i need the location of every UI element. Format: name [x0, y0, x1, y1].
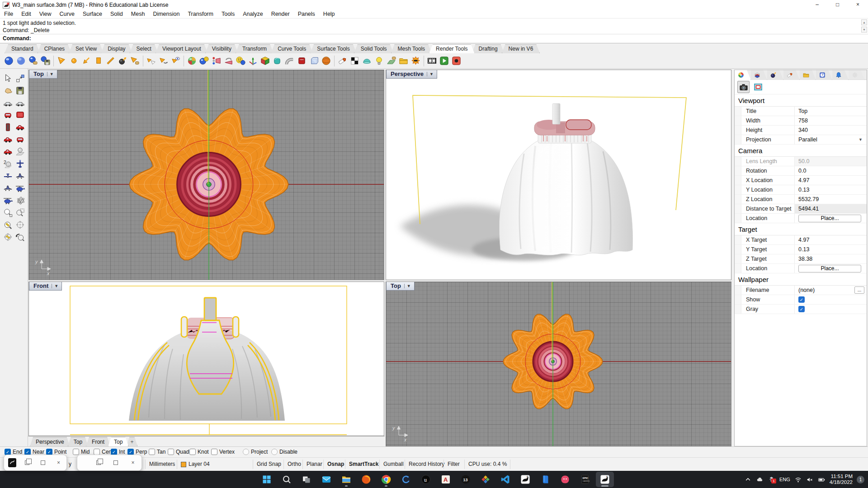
zoom-target-icon[interactable]: [14, 219, 26, 230]
viewport-title-top-left[interactable]: Top ▼: [29, 70, 57, 79]
plane-front-icon[interactable]: [2, 170, 14, 182]
point-light-icon[interactable]: [68, 55, 80, 67]
sphere-2d-icon[interactable]: 2: [2, 158, 14, 169]
viewport-top-left[interactable]: Top ▼ y x: [28, 70, 384, 280]
status-millimeters[interactable]: Millimeters: [149, 458, 175, 471]
materials-tab[interactable]: [783, 70, 800, 80]
osnap-checkbox-perp[interactable]: ✓: [127, 449, 134, 455]
tab-drafting[interactable]: Drafting: [472, 44, 505, 53]
osnap-checkbox-cen[interactable]: [94, 449, 100, 455]
close-icon[interactable]: ×: [51, 460, 66, 466]
battery-icon[interactable]: [818, 476, 826, 483]
tab-visibility[interactable]: Visibility: [205, 44, 238, 53]
osnap-cen[interactable]: Cen: [94, 449, 112, 455]
play-icon[interactable]: [438, 55, 450, 67]
libraries-tab[interactable]: [800, 70, 816, 80]
toggle-lights-icon[interactable]: [145, 55, 157, 67]
viewport-tab-perspective-0[interactable]: Perspective: [30, 437, 70, 446]
osnap-checkbox-disable[interactable]: [271, 449, 278, 455]
osnap-point[interactable]: ✓Point: [46, 449, 66, 455]
volume-muted-icon[interactable]: [806, 476, 814, 483]
close-icon[interactable]: ×: [124, 460, 142, 466]
menu-solid[interactable]: Solid: [106, 11, 127, 17]
directional-light-icon[interactable]: [80, 55, 92, 67]
settings-tab[interactable]: [849, 70, 865, 80]
place-button[interactable]: Place...: [798, 265, 861, 272]
osnap-mid[interactable]: Mid: [73, 449, 90, 455]
car-top-gray-icon[interactable]: [2, 97, 14, 108]
checkbox-gray[interactable]: ✓: [798, 306, 805, 312]
osnap-project[interactable]: Project: [243, 449, 268, 455]
osnap-vertex[interactable]: Vertex: [211, 449, 235, 455]
place-spotlight-icon[interactable]: [129, 55, 141, 67]
helicopter-side-icon[interactable]: [2, 194, 14, 206]
bluebook-app[interactable]: [536, 472, 554, 487]
copy-icon[interactable]: [90, 460, 107, 465]
menu-tools[interactable]: Tools: [217, 11, 239, 17]
rhino-app[interactable]: 6: [516, 472, 534, 487]
record-icon[interactable]: [450, 55, 462, 67]
app-13[interactable]: 13: [457, 472, 475, 487]
viewport-title-perspective[interactable]: Perspective ▼: [386, 70, 437, 79]
epic-games-app[interactable]: EPICGAMES: [576, 472, 594, 487]
sphere-grid-icon[interactable]: [14, 145, 26, 157]
tab-solid-tools[interactable]: Solid Tools: [354, 44, 394, 53]
autocad-app[interactable]: A: [437, 472, 455, 487]
viewport-tab-top-1[interactable]: Top: [68, 437, 88, 446]
tab-surface-tools[interactable]: Surface Tools: [310, 44, 357, 53]
firefox-app[interactable]: [357, 472, 375, 487]
notifications-tab[interactable]: [832, 70, 849, 80]
match-material-icon[interactable]: [222, 55, 235, 67]
glass-cube-icon[interactable]: [308, 55, 320, 67]
spotlight-icon[interactable]: [56, 55, 68, 67]
osnap-knot[interactable]: Knot: [189, 449, 209, 455]
select-cursor-icon[interactable]: [2, 72, 14, 84]
texture-sphere-icon[interactable]: [320, 55, 332, 67]
viewport-title-bottom-right[interactable]: Top ▼: [386, 282, 415, 291]
tab-transform[interactable]: Transform: [236, 44, 274, 53]
osnap-checkbox-point[interactable]: ✓: [46, 449, 52, 455]
status-cpu-use-0-4[interactable]: CPU use: 0.4 %: [468, 458, 507, 471]
checkbox-show[interactable]: ✓: [798, 296, 805, 303]
value-x-location[interactable]: 4.97: [795, 176, 867, 185]
osnap-checkbox-tan[interactable]: [149, 449, 155, 455]
diamond-app[interactable]: [476, 472, 495, 487]
plane-top-icon[interactable]: [14, 158, 26, 169]
displacement-icon[interactable]: [296, 55, 308, 67]
osnap-checkbox-end[interactable]: ✓: [5, 449, 11, 455]
osnap-near[interactable]: ✓Near: [24, 449, 44, 455]
viewport-perspective[interactable]: Perspective ▼: [386, 70, 731, 280]
status-filter[interactable]: Filter: [448, 458, 460, 471]
rectangular-light-icon[interactable]: [92, 55, 104, 67]
value-width[interactable]: 758: [795, 116, 867, 125]
car-pickup-icon[interactable]: [2, 133, 14, 145]
command-history[interactable]: 1 spot light added to selection. Command…: [0, 19, 868, 34]
tab-render-tools[interactable]: Render Tools: [429, 44, 475, 53]
properties-tab[interactable]: [735, 70, 751, 80]
minimize-button[interactable]: –: [807, 0, 827, 10]
car-sport-icon[interactable]: [2, 145, 14, 157]
value-gray[interactable]: ✓: [795, 305, 867, 314]
tab-curve-tools[interactable]: Curve Tools: [271, 44, 313, 53]
value-distance-to-target[interactable]: 5494.41: [795, 204, 867, 213]
zoom-selected-icon[interactable]: [14, 206, 26, 218]
pan-hand-icon[interactable]: [2, 84, 14, 96]
tab-new-in-v6[interactable]: New in V6: [502, 44, 540, 53]
value-z-target[interactable]: 38.38: [795, 254, 867, 263]
rhino6-active-app[interactable]: 6: [596, 472, 614, 487]
viewport-tab-front-2[interactable]: Front: [86, 437, 110, 446]
viewport-menu-chevron-icon[interactable]: ▼: [47, 72, 54, 76]
environment-dome-icon[interactable]: [361, 55, 373, 67]
linear-light-icon[interactable]: [104, 55, 117, 67]
viewport-menu-chevron-icon[interactable]: ▼: [404, 284, 411, 288]
start-button[interactable]: [258, 472, 276, 487]
menu-help[interactable]: Help: [319, 11, 339, 17]
face-material-icon[interactable]: [235, 55, 247, 67]
status-planar[interactable]: Planar: [307, 458, 322, 471]
osnap-checkbox-knot[interactable]: [189, 449, 196, 455]
status-ortho[interactable]: Ortho: [288, 458, 301, 471]
floating-window-2[interactable]: ×: [77, 455, 142, 471]
menu-surface[interactable]: Surface: [79, 11, 106, 17]
floating-window-1[interactable]: ×: [4, 455, 67, 471]
chrome-app[interactable]: [377, 472, 395, 487]
